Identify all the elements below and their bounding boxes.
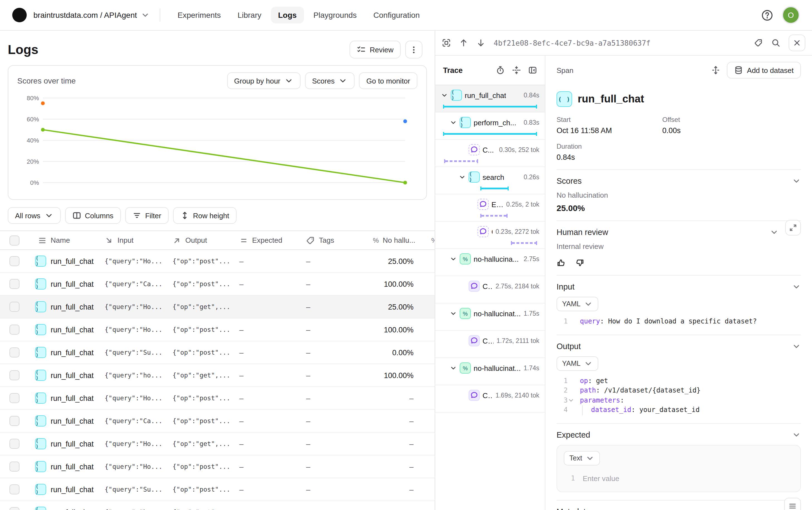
chevron-down-icon[interactable] (770, 228, 779, 237)
chevron-down-icon[interactable] (792, 282, 801, 291)
column-header-output[interactable]: Output (163, 236, 231, 245)
tab-configuration[interactable]: Configuration (366, 7, 427, 23)
tab-logs[interactable]: Logs (271, 7, 304, 23)
chart-point[interactable] (403, 181, 407, 185)
chevron-down-icon[interactable] (450, 364, 457, 372)
trace-span-row[interactable]: C...2.75s, 2184 tok (435, 276, 545, 304)
row-checkbox[interactable] (9, 439, 20, 449)
trace-span-row[interactable]: C...1.69s, 2140 tok (435, 385, 545, 413)
columns-button[interactable]: Columns (65, 207, 121, 224)
trace-span-row[interactable]: ( )search0.26s (435, 167, 545, 194)
column-header-overflow[interactable]: % (422, 236, 435, 244)
output-format-select[interactable]: YAML (557, 356, 598, 371)
expand-review-button[interactable] (785, 220, 801, 235)
all-rows-select[interactable]: All rows (8, 207, 60, 224)
trace-span-row[interactable]: ( )run_full_chat0.84s (435, 85, 545, 112)
trace-span-row[interactable]: Ch...1.72s, 2111 tok (435, 331, 545, 358)
select-all-checkbox[interactable] (9, 235, 20, 245)
row-checkbox[interactable] (9, 347, 20, 358)
collapse-panel-icon[interactable] (528, 66, 537, 75)
chart-point[interactable] (403, 119, 407, 123)
row-checkbox[interactable] (9, 484, 20, 494)
filter-button[interactable]: Filter (125, 207, 169, 224)
chevron-down-icon[interactable] (792, 342, 801, 350)
row-checkbox[interactable] (9, 279, 20, 289)
thumbs-down-icon[interactable] (575, 258, 584, 267)
table-row[interactable]: ( )run_full_chat{"query":"Ho...{"op":"po… (0, 387, 435, 410)
search-icon[interactable] (771, 38, 780, 47)
chart-point[interactable] (41, 101, 45, 105)
table-row[interactable]: ( )run_full_chat{"query":"ho...{"op":"ge… (0, 501, 435, 510)
trace-span-row[interactable]: C...0.30s, 252 tok (435, 140, 545, 167)
close-panel-button[interactable] (789, 34, 805, 51)
collapse-spans-icon[interactable] (512, 66, 521, 75)
group-by-select[interactable]: Group by hour (227, 73, 300, 89)
scores-chart[interactable]: 0%20%40%60%80% (17, 89, 416, 194)
table-row[interactable]: ( )run_full_chat{"query":"Ca...{"op":"po… (0, 273, 435, 295)
avatar[interactable]: O (782, 6, 800, 24)
trace-span-row[interactable]: %no-hallucinat...1.75s (435, 304, 545, 331)
column-header-name[interactable]: Name (29, 236, 96, 245)
row-checkbox[interactable] (9, 302, 20, 312)
chevron-down-icon[interactable] (450, 118, 457, 127)
tab-playgrounds[interactable]: Playgrounds (306, 7, 364, 23)
chevron-down-icon[interactable] (450, 254, 457, 263)
table-row[interactable]: ( )run_full_chat{"query":"Su...{"op":"po… (0, 478, 435, 501)
expected-format-select[interactable]: Text (564, 451, 600, 465)
next-row-arrow-down-icon[interactable] (476, 38, 485, 47)
chevron-down-icon[interactable] (792, 176, 801, 186)
timing-stopwatch-icon[interactable] (496, 66, 505, 75)
table-row[interactable]: ( )run_full_chat{"query":"ho...{"op":"ge… (0, 364, 435, 387)
prev-row-arrow-up-icon[interactable] (459, 38, 468, 47)
column-header-input[interactable]: Input (96, 236, 163, 245)
column-header-tags[interactable]: Tags (297, 236, 364, 245)
trace-span-row[interactable]: %no-hallucina...2.75s (435, 249, 545, 276)
chevron-down-icon[interactable] (459, 173, 466, 181)
row-checkbox[interactable] (9, 461, 20, 472)
help-icon[interactable] (761, 9, 773, 21)
column-header-expected[interactable]: Expected (231, 236, 297, 245)
chart-point[interactable] (41, 128, 45, 132)
tab-library[interactable]: Library (231, 7, 269, 23)
table-row[interactable]: ( )run_full_chat{"query":"Ho...{"op":"ge… (0, 295, 435, 318)
fold-chevron-icon[interactable] (568, 396, 574, 405)
trace-span-row[interactable]: %no-hallucinat...1.74s (435, 358, 545, 385)
row-checkbox[interactable] (9, 507, 20, 510)
row-checkbox[interactable] (9, 256, 20, 266)
table-row[interactable]: ( )run_full_chat{"query":"Ca...{"op":"po… (0, 410, 435, 433)
expected-editor[interactable]: Text 1 Enter value (557, 445, 801, 492)
more-menu-button[interactable] (405, 40, 422, 58)
output-code-editor[interactable]: 1op: get2path: /v1/dataset/{dataset_id}3… (557, 376, 801, 415)
input-format-select[interactable]: YAML (557, 297, 598, 311)
table-row[interactable]: ( )run_full_chat{"query":"Ho...{"op":"po… (0, 318, 435, 341)
review-button[interactable]: Review (350, 40, 401, 58)
project-switcher[interactable]: braintrustdata.com / APIAgent (33, 10, 150, 20)
chevron-down-icon[interactable] (450, 309, 457, 318)
row-checkbox[interactable] (9, 416, 20, 426)
table-row[interactable]: ( )run_full_chat{"query":"Ho...{"op":"ge… (0, 433, 435, 455)
brand-logo-icon[interactable] (12, 8, 27, 22)
table-row[interactable]: ( )run_full_chat{"query":"Su...{"op":"po… (0, 341, 435, 364)
input-code-editor[interactable]: 1query: How do I download a specific dat… (557, 317, 801, 327)
trace-span-row[interactable]: C...0.23s, 2272 tok (435, 222, 545, 249)
column-header-no-hallu-[interactable]: %No hallu... (364, 236, 422, 245)
scores-select[interactable]: Scores (305, 73, 355, 89)
add-to-dataset-button[interactable]: Add to dataset (727, 62, 801, 79)
table-row[interactable]: ( )run_full_chat{"query":"Ho...{"op":"po… (0, 250, 435, 273)
trace-span-row[interactable]: Em...0.25s, 2 tok (435, 194, 545, 222)
resize-vertical-icon[interactable] (711, 66, 720, 75)
focus-span-icon[interactable] (442, 38, 451, 47)
metadata-menu-button[interactable] (784, 498, 801, 510)
row-checkbox[interactable] (9, 393, 20, 403)
tag-icon[interactable] (754, 38, 763, 47)
go-to-monitor-button[interactable]: Go to monitor (359, 73, 417, 89)
row-height-button[interactable]: Row height (173, 207, 236, 224)
row-checkbox[interactable] (9, 324, 20, 335)
row-checkbox[interactable] (9, 370, 20, 380)
thumbs-up-icon[interactable] (557, 258, 566, 267)
trace-span-row[interactable]: ( )perform_ch...0.83s (435, 112, 545, 140)
chevron-down-icon[interactable] (792, 430, 801, 439)
tab-experiments[interactable]: Experiments (170, 7, 228, 23)
chevron-down-icon[interactable] (441, 91, 448, 100)
table-row[interactable]: ( )run_full_chat{"query":"Ho...{"op":"po… (0, 455, 435, 478)
